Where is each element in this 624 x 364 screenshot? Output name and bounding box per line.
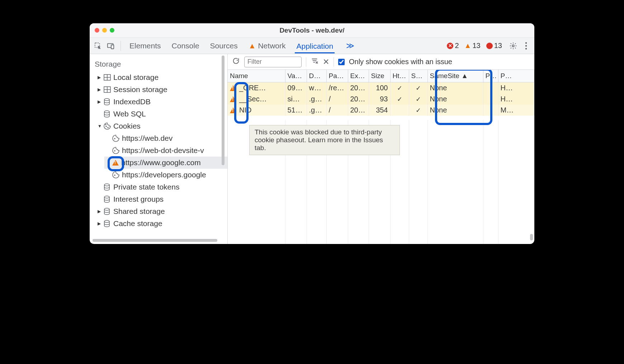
kebab-menu-icon[interactable] bbox=[521, 40, 531, 51]
cookie-origin-devsite[interactable]: https://web-dot-devsite-v bbox=[104, 144, 227, 157]
application-sidebar: Storage Local storage Session storage In… bbox=[90, 54, 228, 244]
traffic-lights bbox=[90, 28, 114, 33]
disclosure-triangle-icon[interactable] bbox=[98, 124, 101, 129]
issues-icon bbox=[486, 43, 493, 49]
cell-samesite: None bbox=[427, 94, 483, 105]
tab-console[interactable]: Console bbox=[170, 39, 201, 53]
tab-sources[interactable]: Sources bbox=[209, 39, 239, 53]
error-counter[interactable]: ✕2 bbox=[447, 42, 459, 50]
disclosure-triangle-icon[interactable] bbox=[98, 221, 101, 226]
col-value[interactable]: Va… bbox=[285, 70, 307, 82]
col-partition[interactable]: P… bbox=[483, 70, 498, 82]
cell-path: /re… bbox=[326, 82, 348, 94]
table-row[interactable]: NID51….g…/20…354✓NoneM… bbox=[228, 105, 534, 116]
col-samesite[interactable]: SameSite ▲ bbox=[427, 70, 483, 82]
tab-application[interactable]: Application bbox=[295, 39, 335, 53]
cell-value: 51… bbox=[285, 105, 307, 116]
cookie-icon bbox=[112, 171, 119, 178]
cookies-toolbar: ✕ Only show cookies with an issue bbox=[228, 54, 534, 70]
sidebar-item-websql[interactable]: Web SQL bbox=[95, 108, 227, 120]
devtools-tabs: Elements Console Sources ▲ Network Appli… bbox=[128, 39, 354, 53]
sidebar-item-indexeddb[interactable]: IndexedDB bbox=[95, 96, 227, 108]
disclosure-triangle-icon[interactable] bbox=[98, 87, 101, 92]
col-name[interactable]: Name bbox=[228, 70, 285, 82]
warning-icon bbox=[230, 107, 236, 113]
sidebar-item-local-storage[interactable]: Local storage bbox=[95, 71, 227, 83]
warning-icon: ▲ bbox=[465, 43, 471, 49]
svg-point-16 bbox=[108, 127, 108, 128]
warning-icon: ▲ bbox=[249, 42, 256, 50]
only-issues-checkbox[interactable] bbox=[338, 59, 345, 65]
svg-point-17 bbox=[105, 124, 106, 125]
disclosure-triangle-icon[interactable] bbox=[98, 209, 101, 214]
vertical-scrollbar[interactable] bbox=[530, 234, 533, 240]
disclosure-triangle-icon[interactable] bbox=[98, 99, 101, 104]
maximize-window-button[interactable] bbox=[110, 28, 114, 33]
sidebar-item-interest-groups[interactable]: Interest groups bbox=[95, 193, 227, 205]
cell-domain: .g… bbox=[307, 94, 326, 105]
col-secure[interactable]: Se… bbox=[409, 70, 427, 82]
svg-rect-2 bbox=[111, 45, 114, 49]
minimize-window-button[interactable] bbox=[102, 28, 107, 33]
cookie-blocked-tooltip: This cookie was blocked due to third-par… bbox=[249, 125, 400, 155]
table-row[interactable]: _GRE…09…w…/re…20…100✓✓NoneH… bbox=[228, 82, 534, 94]
table-header: Name Va… D… Pa… Ex… Size Ht… Se… SameSit… bbox=[228, 70, 534, 82]
warning-counter[interactable]: ▲13 bbox=[465, 42, 481, 50]
col-path[interactable]: Pa… bbox=[326, 70, 348, 82]
sidebar-item-cookies[interactable]: Cookies bbox=[95, 120, 227, 132]
svg-point-18 bbox=[114, 138, 115, 139]
col-priority[interactable]: P… bbox=[498, 70, 534, 82]
cell-partition bbox=[483, 94, 498, 105]
tab-elements[interactable]: Elements bbox=[128, 39, 162, 53]
svg-point-3 bbox=[512, 45, 514, 47]
filter-input[interactable] bbox=[244, 57, 302, 67]
sidebar-item-cache-storage[interactable]: Cache storage bbox=[95, 217, 227, 230]
separator bbox=[306, 57, 306, 67]
vertical-scrollbar[interactable] bbox=[222, 56, 224, 165]
cell-httponly bbox=[390, 105, 409, 116]
cell-size: 100 bbox=[369, 82, 390, 94]
cell-samesite: None bbox=[427, 82, 483, 94]
warning-icon bbox=[112, 160, 119, 166]
horizontal-scrollbar[interactable] bbox=[93, 239, 217, 242]
more-tabs-button[interactable]: ≫ bbox=[346, 41, 354, 51]
sidebar-item-shared-storage[interactable]: Shared storage bbox=[95, 205, 227, 217]
clear-all-icon[interactable]: ✕ bbox=[323, 57, 329, 67]
cookie-origin-developers-google[interactable]: https://developers.google bbox=[104, 169, 227, 181]
error-icon: ✕ bbox=[447, 43, 453, 49]
svg-point-20 bbox=[114, 175, 115, 176]
cell-value: 09… bbox=[285, 82, 307, 94]
issues-counter[interactable]: 13 bbox=[486, 42, 502, 50]
database-icon bbox=[104, 220, 111, 227]
cell-expires: 20… bbox=[348, 82, 369, 94]
col-size[interactable]: Size bbox=[369, 70, 390, 82]
cookie-origin-google[interactable]: https://www.google.com bbox=[104, 157, 227, 169]
cell-partition bbox=[483, 105, 498, 116]
close-window-button[interactable] bbox=[95, 28, 99, 33]
svg-point-5 bbox=[525, 45, 527, 46]
settings-icon[interactable] bbox=[508, 40, 519, 51]
svg-point-6 bbox=[525, 48, 527, 49]
cell-secure: ✓ bbox=[409, 94, 427, 105]
disclosure-triangle-icon[interactable] bbox=[98, 75, 101, 80]
inspect-element-icon[interactable] bbox=[93, 40, 103, 51]
table-row[interactable]: __Sec…si….g…/20…93✓✓NoneH… bbox=[228, 94, 534, 105]
cell-value: si… bbox=[285, 94, 307, 105]
sidebar-item-private-state-tokens[interactable]: Private state tokens bbox=[95, 181, 227, 193]
svg-point-21 bbox=[104, 184, 109, 186]
clear-filter-icon[interactable] bbox=[311, 57, 318, 67]
col-domain[interactable]: D… bbox=[307, 70, 326, 82]
cell-partition bbox=[483, 82, 498, 94]
col-expires[interactable]: Ex… bbox=[348, 70, 369, 82]
cookie-origin-webdev[interactable]: https://web.dev bbox=[104, 132, 227, 144]
cell-expires: 20… bbox=[348, 105, 369, 116]
device-toolbar-icon[interactable] bbox=[105, 40, 116, 51]
tab-network[interactable]: ▲ Network bbox=[247, 39, 287, 53]
refresh-icon[interactable] bbox=[232, 57, 240, 67]
cell-secure: ✓ bbox=[409, 82, 427, 94]
col-httponly[interactable]: Ht… bbox=[390, 70, 409, 82]
svg-point-13 bbox=[104, 99, 109, 101]
cell-priority: H… bbox=[498, 82, 534, 94]
warning-icon bbox=[230, 85, 236, 91]
sidebar-item-session-storage[interactable]: Session storage bbox=[95, 83, 227, 96]
